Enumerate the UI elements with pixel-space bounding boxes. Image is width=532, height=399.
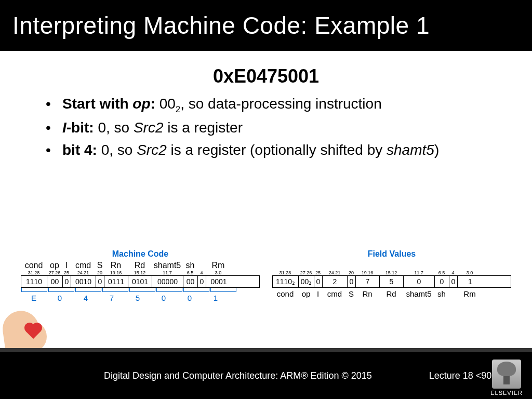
fv-bot-rm: Rm: [457, 288, 482, 298]
b1-bits: 00: [159, 96, 176, 112]
footer-lecture: Lecture 18 <90>: [429, 370, 497, 381]
mc-lbl-i: I: [62, 261, 71, 270]
mc-val-cmd: 0010: [71, 276, 96, 287]
fv-bot-sh: sh: [434, 288, 449, 298]
fv-val-cmd: 2: [323, 276, 348, 287]
field-values-diagram: Field Values 31:28 27:26 25 24:21 20 19:…: [272, 249, 511, 302]
fv-val-s: 0: [348, 276, 356, 287]
fv-bot-rd: Rd: [379, 288, 403, 298]
fv-bits-sh: 6:5: [434, 270, 449, 275]
mc-bits-cmd: 24:21: [71, 270, 96, 275]
footer-text: Digital Design and Computer Architecture…: [0, 370, 497, 381]
mc-lbl-cmd: cmd: [71, 261, 96, 270]
fv-spacer: [272, 261, 511, 270]
footer-bar: Digital Design and Computer Architecture…: [0, 352, 532, 399]
fv-bot-rn: Rn: [355, 288, 379, 298]
mc-val-i: 0: [63, 276, 71, 287]
mc-val-shamt: 00000: [152, 276, 183, 287]
fv-val-rd: 5: [380, 276, 404, 287]
mc-lbl-sh: sh: [183, 261, 197, 270]
mc-field-names: cond op I cmd S Rn Rd shamt5 sh Rm: [21, 261, 260, 270]
b2-bit: -bit:: [66, 119, 94, 136]
mc-lbl-rm: Rm: [206, 261, 231, 270]
diagrams-row: Machine Code cond op I cmd S Rn Rd shamt…: [21, 249, 511, 302]
fv-bot-cond: cond: [272, 288, 298, 298]
mc-title: Machine Code: [21, 249, 260, 259]
mc-value-row: 1110 00 0 0010 0 0111 0101 00000 00 0 00…: [21, 275, 260, 288]
b1-rest: , so data-processing instruction: [180, 96, 382, 112]
fv-val-rn: 7: [356, 276, 380, 287]
mc-bits-sh: 6:5: [183, 270, 197, 275]
mc-bit-ranges: 31:28 27:26 25 24:21 20 19:16 15:12 11:7…: [21, 270, 260, 275]
mc-hex-6: 0: [177, 292, 203, 302]
bullet-list: Start with op: 002, so data-processing i…: [31, 92, 501, 161]
mc-val-cond: 1110: [21, 276, 47, 287]
mc-bits-op: 27:26: [47, 270, 62, 275]
mc-bits-rn: 19:16: [104, 270, 128, 275]
b1-sub: 2: [176, 104, 180, 114]
fv-bot-i: I: [314, 288, 322, 298]
mc-lbl-rd: Rd: [128, 261, 152, 270]
mc-bits-s: 20: [96, 270, 104, 275]
b3-src2: Src2: [137, 142, 167, 158]
mc-bits-shamt: 11:7: [152, 270, 183, 275]
mc-val-op: 00: [47, 276, 63, 287]
b1-lead: Start with: [62, 96, 132, 112]
fv-bot-s: S: [347, 288, 355, 298]
mc-lbl-b4: [197, 261, 206, 270]
fv-val-b4: 0: [449, 276, 458, 287]
mc-val-rd: 0101: [128, 276, 152, 287]
mc-val-rn: 0111: [104, 276, 128, 287]
fv-bot-op: op: [298, 288, 314, 298]
fv-bits-b4: 4: [449, 270, 457, 275]
b2-src2: Src2: [134, 119, 164, 136]
mc-val-b4: 0: [198, 276, 206, 287]
mc-hex-brackets: [21, 288, 260, 292]
mc-hex-0: E: [21, 292, 47, 302]
mc-bits-cond: 31:28: [21, 270, 47, 275]
mc-val-s: 0: [96, 276, 104, 287]
mc-lbl-shamt: shamt5: [152, 261, 183, 270]
fv-val-i: 0: [314, 276, 323, 287]
elsevier-tree-icon: [492, 360, 521, 389]
b3-rest: ): [434, 142, 439, 158]
fv-val-shamt: 0: [404, 276, 435, 287]
fv-bits-rd: 15:12: [379, 270, 403, 275]
b1-op: op: [132, 96, 150, 112]
bullet-2: I-bit: 0, so Src2 is a register: [62, 116, 501, 139]
fv-val-cond: 1110₂: [273, 276, 299, 287]
b3-shamt: shamt5: [387, 142, 434, 158]
fv-bot-b4: [449, 288, 457, 298]
bullet-3: bit 4: 0, so Src2 is a register (optiona…: [62, 139, 501, 161]
mc-hex-digits: E 0 4 7 5 0 0 1: [21, 292, 260, 302]
mc-hex-4: 5: [125, 292, 151, 302]
mc-bits-b4: 4: [197, 270, 206, 275]
b2-rest: is a register: [163, 119, 243, 136]
fv-bits-i: 25: [314, 270, 322, 275]
fv-bits-cond: 31:28: [272, 270, 298, 275]
fv-bits-shamt: 11:7: [403, 270, 434, 275]
fv-val-sh: 0: [435, 276, 449, 287]
mc-lbl-rn: Rn: [104, 261, 128, 270]
footer-divider: [0, 348, 532, 352]
mc-hex-2: 4: [73, 292, 99, 302]
mc-val-sh: 00: [183, 276, 198, 287]
machine-code-diagram: Machine Code cond op I cmd S Rn Rd shamt…: [21, 249, 260, 302]
mc-hex-7: 1: [203, 292, 229, 302]
slide-title: Interpreting Machine Code: Example 1: [12, 11, 430, 39]
bullet-1: Start with op: 002, so data-processing i…: [62, 92, 501, 116]
footer-book-title: Digital Design and Computer Architecture…: [104, 370, 372, 381]
fv-bits-rn: 19:16: [355, 270, 379, 275]
mc-lbl-op: op: [47, 261, 62, 270]
fv-bits-cmd: 24:21: [322, 270, 347, 275]
publisher-logo: ELSEVIER: [490, 360, 523, 396]
publisher-name: ELSEVIER: [490, 390, 523, 396]
fv-title: Field Values: [272, 249, 511, 259]
mc-val-rm: 0001: [206, 276, 231, 287]
mc-bits-i: 25: [62, 270, 71, 275]
fv-value-row: 1110₂ 00₂ 0 2 0 7 5 0 0 0 1: [272, 275, 511, 288]
mc-bits-rd: 15:12: [128, 270, 152, 275]
b2-i: I: [62, 119, 66, 136]
fv-bits-rm: 3:0: [457, 270, 482, 275]
fv-bot-cmd: cmd: [322, 288, 347, 298]
